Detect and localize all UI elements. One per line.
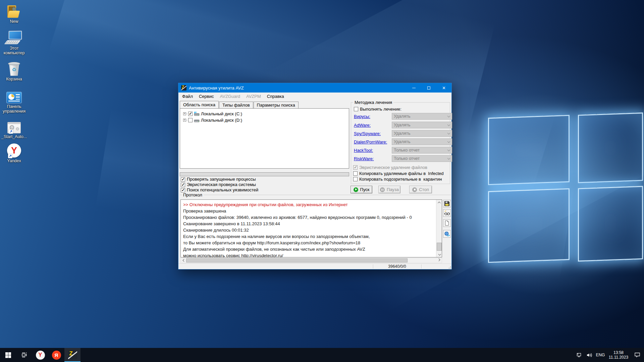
shared-folder-icon: [0, 3, 28, 18]
scroll-left-button[interactable]: [181, 258, 186, 262]
system-tray: ENG 13:58 11.11.2023: [574, 348, 644, 362]
yandex-browser-taskbar-button[interactable]: Y: [32, 348, 48, 362]
menu-file[interactable]: Файл: [179, 93, 196, 101]
tab-search-params[interactable]: Параметры поиска: [254, 102, 299, 108]
checkbox[interactable]: [181, 188, 185, 192]
option-copy-deleted-infected[interactable]: Копировать удаляемые файлы в Infected: [353, 171, 444, 176]
menu-service[interactable]: Сервис: [196, 93, 217, 101]
spyware-link[interactable]: Spy/Spyware:: [354, 131, 381, 136]
clock[interactable]: 13:58 11.11.2023: [606, 350, 631, 360]
protocol-horizontal-scrollbar[interactable]: [180, 258, 442, 263]
option-check-processes[interactable]: Проверять запущенные процессы: [181, 177, 256, 182]
network-tray-button[interactable]: [574, 353, 584, 358]
expand-icon[interactable]: [183, 112, 186, 115]
web-service-button[interactable]: [443, 230, 451, 238]
drive-c-checkbox[interactable]: [188, 112, 193, 116]
pause-icon: [380, 187, 385, 192]
avz-taskbar-button[interactable]: Z: [64, 348, 80, 362]
desktop-icon-label: Yandex: [0, 159, 28, 163]
action-center-icon: [634, 352, 640, 358]
taskbar: Y Я Z ENG 13:58 11.11.2023: [0, 348, 644, 362]
start-button[interactable]: Пуск: [351, 186, 372, 193]
perform-treatment-option[interactable]: Выполнять лечение:: [354, 107, 401, 112]
viruses-action-dropdown: Удалять: [392, 113, 452, 120]
tree-row-drive-c[interactable]: Локальный диск (C:): [180, 111, 349, 117]
scroll-up-button[interactable]: [436, 200, 442, 205]
status-bar: 39640/0/0: [178, 263, 451, 269]
scan-counter: 39640/0/0: [373, 264, 421, 269]
option-heuristic-check[interactable]: Эвристическая проверка системы: [181, 182, 256, 187]
dialer-link[interactable]: Dialer/PornWare:: [354, 139, 387, 144]
checkbox[interactable]: [353, 171, 358, 176]
drive-label: Локальный диск (C:): [201, 111, 242, 116]
desktop-icon-label: New: [0, 19, 28, 24]
protocol-group-label: Протокол: [182, 192, 204, 197]
scrollbar-thumb[interactable]: [186, 258, 408, 262]
minimize-button[interactable]: [406, 83, 421, 93]
tab-file-types[interactable]: Типы файлов: [219, 102, 253, 108]
option-copy-suspicious-quarantine[interactable]: Копировать подозрительные в карантин: [353, 177, 442, 182]
expand-icon[interactable]: [183, 119, 186, 122]
desktop-icon-label: Этот компьютер: [0, 46, 28, 55]
volume-icon: [586, 353, 592, 358]
tree-row-drive-d[interactable]: Локальный диск (D:): [180, 117, 349, 123]
chevron-down-icon: [447, 140, 450, 143]
disk-drive-icon: [194, 112, 200, 116]
menu-help[interactable]: Справка: [264, 93, 287, 101]
yandex-taskbar-button[interactable]: Я: [48, 348, 64, 362]
language-indicator[interactable]: ENG: [594, 353, 606, 357]
protocol-group-border: [180, 195, 451, 195]
riskware-link[interactable]: RiskWare:: [354, 156, 374, 161]
title-bar[interactable]: Z Антивирусная утилита AVZ ✕: [178, 83, 451, 93]
start-button-taskbar[interactable]: [0, 348, 16, 362]
checkbox[interactable]: [354, 107, 358, 111]
desktop-icon-this-pc[interactable]: Этот компьютер: [0, 29, 28, 55]
protocol-log[interactable]: >> Отключены предупреждения при открытии…: [180, 199, 442, 257]
log-wizard-button[interactable]: [443, 209, 451, 217]
desktop-icon-yandex[interactable]: Y Yandex: [0, 142, 28, 163]
control-panel-icon: [0, 88, 28, 103]
scrollbar-thumb[interactable]: [437, 243, 442, 251]
maximize-button[interactable]: [421, 83, 436, 93]
desktop-icon-recycle-bin[interactable]: ♻ Корзина: [0, 60, 28, 81]
checkbox[interactable]: [181, 177, 185, 182]
log-line: Просканировано файлов: 39640, извлечено …: [183, 214, 435, 221]
volume-tray-button[interactable]: [584, 353, 594, 358]
viruses-link[interactable]: Вирусы:: [354, 114, 370, 119]
shortcut-arrow-icon: [8, 154, 12, 158]
adware-link[interactable]: AdWare:: [354, 123, 371, 128]
drive-label: Локальный диск (D:): [201, 118, 242, 123]
desktop-icon-label: Корзина: [0, 77, 28, 81]
desktop-icon-new-folder[interactable]: New: [0, 3, 28, 24]
close-button[interactable]: ✕: [436, 83, 451, 93]
action-center-button[interactable]: [631, 352, 644, 358]
hacktool-action-dropdown: Только отчет: [392, 147, 452, 154]
spyware-action-dropdown: Удалять: [392, 130, 452, 137]
desktop-icon-start-auto[interactable]: ⚙⚙ _Start_Auto...: [0, 118, 28, 139]
scroll-right-button[interactable]: [436, 258, 442, 262]
resize-grip[interactable]: [448, 265, 451, 269]
option-vulnerability-search[interactable]: Поиск потенциальных уязвимостей: [181, 187, 258, 193]
checkbox: [353, 165, 358, 170]
clock-time: 13:58: [606, 350, 631, 355]
log-line: >> Отключены предупреждения при открытии…: [183, 201, 435, 208]
chevron-down-icon: [447, 157, 450, 160]
menu-avzguard: AVZGuard: [217, 93, 243, 101]
tab-search-area[interactable]: Область поиска: [180, 101, 219, 108]
checkbox[interactable]: [353, 177, 358, 181]
hacktool-link[interactable]: HackTool:: [354, 148, 373, 153]
task-view-button[interactable]: [16, 348, 32, 362]
log-line: Для автоматической проверки файлов, не о…: [183, 246, 435, 252]
scroll-down-button[interactable]: [436, 251, 442, 257]
status-divider: [421, 264, 422, 268]
computer-icon: [0, 29, 28, 45]
avz-app-icon: Z: [181, 85, 186, 90]
play-icon: [354, 187, 358, 192]
yandex-icon: Y: [0, 142, 28, 158]
save-log-button[interactable]: [443, 200, 451, 207]
clear-log-button[interactable]: [443, 219, 451, 227]
drive-d-checkbox[interactable]: [188, 118, 193, 122]
protocol-vertical-scrollbar[interactable]: [436, 200, 442, 257]
desktop-icon-control-panel[interactable]: Панель управления: [0, 88, 28, 114]
checkbox[interactable]: [181, 183, 185, 187]
